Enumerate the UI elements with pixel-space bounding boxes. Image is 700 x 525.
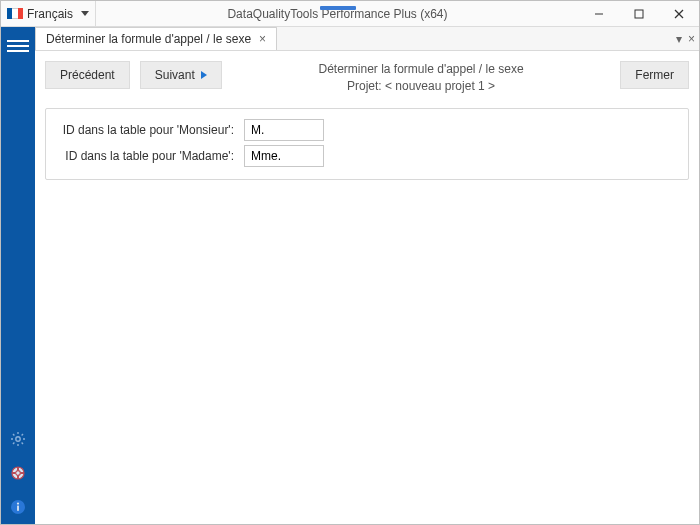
info-button[interactable] xyxy=(7,496,29,518)
info-icon xyxy=(10,499,26,515)
toolbar-row: Précédent Suivant Déterminer la formule … xyxy=(45,61,689,96)
next-button[interactable]: Suivant xyxy=(140,61,222,89)
toolbar-center: Déterminer la formule d'appel / le sexe … xyxy=(232,61,611,96)
svg-line-9 xyxy=(13,434,14,435)
main-area: Déterminer la formule d'appel / le sexe … xyxy=(1,27,699,524)
form-box: ID dans la table pour 'Monsieur': ID dan… xyxy=(45,108,689,180)
close-panel-label: Fermer xyxy=(635,68,674,82)
tab-close-all-button[interactable]: × xyxy=(688,32,695,46)
svg-rect-1 xyxy=(635,10,643,18)
tab-close-button[interactable]: × xyxy=(259,33,266,45)
previous-button[interactable]: Précédent xyxy=(45,61,130,89)
close-panel-button[interactable]: Fermer xyxy=(620,61,689,89)
app-title-wrap: DataQualityTools Performance Plus (x64) xyxy=(96,7,579,21)
tabbar-tools: ▾ × xyxy=(672,27,699,50)
tabbar-spacer xyxy=(277,27,672,50)
content: Déterminer la formule d'appel / le sexe … xyxy=(35,27,699,524)
minimize-button[interactable] xyxy=(579,1,619,26)
tab-menu-button[interactable]: ▾ xyxy=(676,32,682,46)
svg-point-4 xyxy=(16,437,20,441)
title-highlight-icon xyxy=(320,6,356,10)
tab-active[interactable]: Déterminer la formule d'appel / le sexe … xyxy=(35,27,277,50)
row-monsieur: ID dans la table pour 'Monsieur': xyxy=(56,117,678,143)
svg-point-20 xyxy=(17,503,19,505)
close-icon xyxy=(674,9,684,19)
label-madame: ID dans la table pour 'Madame': xyxy=(56,149,236,163)
project-line: Projet: < nouveau projet 1 > xyxy=(232,78,611,95)
flag-fr-icon xyxy=(7,8,23,19)
menu-toggle-button[interactable] xyxy=(7,35,29,57)
settings-button[interactable] xyxy=(7,428,29,450)
minimize-icon xyxy=(594,9,604,19)
window-controls xyxy=(579,1,699,26)
svg-line-12 xyxy=(13,443,14,444)
label-monsieur: ID dans la table pour 'Monsieur': xyxy=(56,123,236,137)
row-madame: ID dans la table pour 'Madame': xyxy=(56,143,678,169)
gear-icon xyxy=(10,431,26,447)
sidebar xyxy=(1,27,35,524)
titlebar: Français DataQualityTools Performance Pl… xyxy=(1,1,699,27)
tab-label: Déterminer la formule d'appel / le sexe xyxy=(46,32,251,46)
chevron-down-icon xyxy=(81,11,89,16)
panel-heading: Déterminer la formule d'appel / le sexe xyxy=(232,61,611,78)
close-window-button[interactable] xyxy=(659,1,699,26)
svg-point-14 xyxy=(16,471,21,476)
maximize-icon xyxy=(634,9,644,19)
maximize-button[interactable] xyxy=(619,1,659,26)
language-selector[interactable]: Français xyxy=(1,1,96,26)
tabbar: Déterminer la formule d'appel / le sexe … xyxy=(35,27,699,51)
language-label: Français xyxy=(27,7,73,21)
help-button[interactable] xyxy=(7,462,29,484)
lifebuoy-icon xyxy=(10,465,26,481)
input-madame[interactable] xyxy=(244,145,324,167)
arrow-right-icon xyxy=(201,71,207,79)
svg-line-10 xyxy=(22,443,23,444)
next-button-label: Suivant xyxy=(155,68,195,82)
svg-rect-21 xyxy=(17,506,19,511)
input-monsieur[interactable] xyxy=(244,119,324,141)
previous-button-label: Précédent xyxy=(60,68,115,82)
svg-line-11 xyxy=(22,434,23,435)
panel: Précédent Suivant Déterminer la formule … xyxy=(35,51,699,524)
